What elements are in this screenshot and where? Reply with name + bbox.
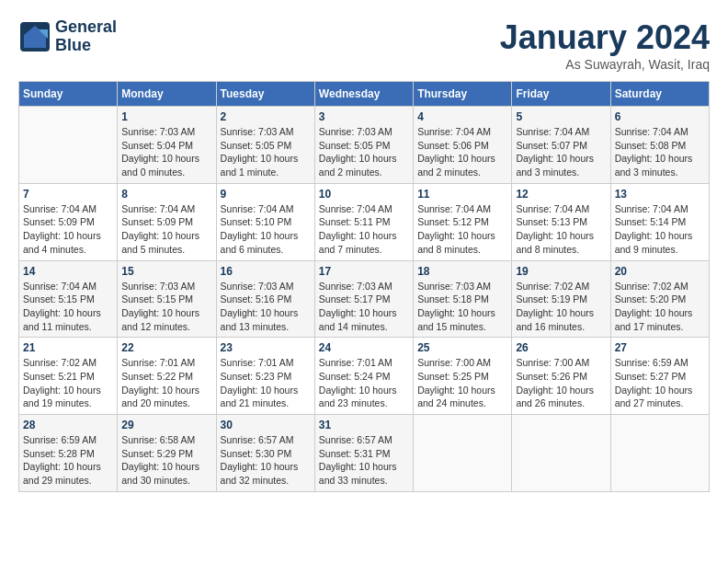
day-number: 2 bbox=[221, 110, 311, 123]
day-cell: 28Sunrise: 6:59 AMSunset: 5:28 PMDayligh… bbox=[19, 415, 118, 492]
week-row-2: 14Sunrise: 7:04 AMSunset: 5:15 PMDayligh… bbox=[19, 260, 710, 338]
day-number: 26 bbox=[516, 341, 606, 354]
day-cell: 20Sunrise: 7:02 AMSunset: 5:20 PMDayligh… bbox=[610, 260, 709, 338]
day-info: Sunrise: 6:58 AMSunset: 5:29 PMDaylight:… bbox=[121, 433, 211, 488]
day-info: Sunrise: 7:04 AMSunset: 5:08 PMDaylight:… bbox=[615, 125, 705, 179]
header-wednesday: Wednesday bbox=[314, 82, 413, 107]
day-cell: 16Sunrise: 7:03 AMSunset: 5:16 PMDayligh… bbox=[216, 260, 314, 338]
day-cell: 26Sunrise: 7:00 AMSunset: 5:26 PMDayligh… bbox=[512, 338, 610, 415]
day-info: Sunrise: 7:04 AMSunset: 5:12 PMDaylight:… bbox=[417, 202, 507, 257]
day-number: 23 bbox=[221, 341, 311, 354]
week-row-4: 28Sunrise: 6:59 AMSunset: 5:28 PMDayligh… bbox=[19, 415, 710, 492]
day-number: 21 bbox=[23, 341, 113, 354]
calendar-title: January 2024 bbox=[500, 18, 710, 57]
day-info: Sunrise: 7:03 AMSunset: 5:18 PMDaylight:… bbox=[417, 280, 507, 334]
day-info: Sunrise: 7:04 AMSunset: 5:11 PMDaylight:… bbox=[319, 202, 409, 257]
header-monday: Monday bbox=[118, 82, 216, 107]
week-row-1: 7Sunrise: 7:04 AMSunset: 5:09 PMDaylight… bbox=[19, 183, 710, 260]
day-info: Sunrise: 7:03 AMSunset: 5:04 PMDaylight:… bbox=[121, 125, 211, 179]
day-number: 10 bbox=[319, 188, 409, 201]
day-number: 30 bbox=[221, 419, 311, 431]
day-info: Sunrise: 7:04 AMSunset: 5:10 PMDaylight:… bbox=[221, 202, 311, 257]
day-cell: 15Sunrise: 7:03 AMSunset: 5:15 PMDayligh… bbox=[118, 260, 216, 338]
day-cell: 2Sunrise: 7:03 AMSunset: 5:05 PMDaylight… bbox=[216, 107, 314, 184]
day-info: Sunrise: 7:04 AMSunset: 5:06 PMDaylight:… bbox=[417, 125, 507, 179]
day-info: Sunrise: 7:04 AMSunset: 5:09 PMDaylight:… bbox=[121, 202, 211, 257]
day-number: 22 bbox=[121, 341, 211, 354]
header-sunday: Sunday bbox=[19, 82, 118, 107]
day-cell: 1Sunrise: 7:03 AMSunset: 5:04 PMDaylight… bbox=[118, 107, 216, 184]
day-info: Sunrise: 6:57 AMSunset: 5:31 PMDaylight:… bbox=[319, 433, 409, 488]
day-number: 29 bbox=[121, 419, 211, 431]
day-info: Sunrise: 7:02 AMSunset: 5:19 PMDaylight:… bbox=[516, 280, 606, 334]
day-info: Sunrise: 7:04 AMSunset: 5:13 PMDaylight:… bbox=[516, 202, 606, 257]
day-number: 15 bbox=[121, 265, 211, 278]
day-number: 28 bbox=[23, 419, 113, 431]
day-cell bbox=[19, 107, 118, 184]
day-info: Sunrise: 7:03 AMSunset: 5:05 PMDaylight:… bbox=[319, 125, 409, 179]
day-number: 1 bbox=[121, 110, 211, 123]
day-cell: 22Sunrise: 7:01 AMSunset: 5:22 PMDayligh… bbox=[118, 338, 216, 415]
week-row-3: 21Sunrise: 7:02 AMSunset: 5:21 PMDayligh… bbox=[19, 338, 710, 415]
day-info: Sunrise: 7:03 AMSunset: 5:17 PMDaylight:… bbox=[319, 280, 409, 334]
day-number: 17 bbox=[319, 265, 409, 278]
day-number: 6 bbox=[615, 110, 705, 123]
day-cell: 25Sunrise: 7:00 AMSunset: 5:25 PMDayligh… bbox=[414, 338, 512, 415]
calendar-subtitle: As Suwayrah, Wasit, Iraq bbox=[500, 57, 710, 72]
day-cell: 13Sunrise: 7:04 AMSunset: 5:14 PMDayligh… bbox=[610, 183, 709, 260]
header-saturday: Saturday bbox=[610, 82, 709, 107]
day-number: 14 bbox=[23, 265, 113, 278]
day-number: 16 bbox=[221, 265, 311, 278]
day-cell bbox=[512, 415, 610, 492]
day-number: 11 bbox=[417, 188, 507, 201]
day-cell: 29Sunrise: 6:58 AMSunset: 5:29 PMDayligh… bbox=[118, 415, 216, 492]
day-cell: 10Sunrise: 7:04 AMSunset: 5:11 PMDayligh… bbox=[314, 183, 413, 260]
day-cell: 12Sunrise: 7:04 AMSunset: 5:13 PMDayligh… bbox=[512, 183, 610, 260]
title-section: January 2024 As Suwayrah, Wasit, Iraq bbox=[500, 18, 710, 72]
day-cell: 31Sunrise: 6:57 AMSunset: 5:31 PMDayligh… bbox=[314, 415, 413, 492]
day-number: 20 bbox=[615, 265, 705, 278]
day-cell bbox=[610, 415, 709, 492]
page-header: General Blue January 2024 As Suwayrah, W… bbox=[18, 18, 710, 72]
day-number: 31 bbox=[319, 419, 409, 431]
day-cell: 24Sunrise: 7:01 AMSunset: 5:24 PMDayligh… bbox=[314, 338, 413, 415]
day-cell: 21Sunrise: 7:02 AMSunset: 5:21 PMDayligh… bbox=[19, 338, 118, 415]
day-info: Sunrise: 7:01 AMSunset: 5:22 PMDaylight:… bbox=[121, 356, 211, 410]
day-number: 3 bbox=[319, 110, 409, 123]
day-info: Sunrise: 7:02 AMSunset: 5:20 PMDaylight:… bbox=[615, 280, 705, 334]
header-thursday: Thursday bbox=[414, 82, 512, 107]
day-info: Sunrise: 7:04 AMSunset: 5:09 PMDaylight:… bbox=[23, 202, 113, 257]
logo-text-line2: Blue bbox=[55, 36, 91, 54]
day-number: 8 bbox=[121, 188, 211, 201]
day-number: 5 bbox=[516, 110, 606, 123]
day-cell: 30Sunrise: 6:57 AMSunset: 5:30 PMDayligh… bbox=[216, 415, 314, 492]
day-number: 12 bbox=[516, 188, 606, 201]
day-info: Sunrise: 7:03 AMSunset: 5:15 PMDaylight:… bbox=[121, 280, 211, 334]
day-cell: 6Sunrise: 7:04 AMSunset: 5:08 PMDaylight… bbox=[610, 107, 709, 184]
header-tuesday: Tuesday bbox=[216, 82, 314, 107]
day-cell: 17Sunrise: 7:03 AMSunset: 5:17 PMDayligh… bbox=[314, 260, 413, 338]
day-info: Sunrise: 7:00 AMSunset: 5:26 PMDaylight:… bbox=[516, 356, 606, 410]
day-cell bbox=[414, 415, 512, 492]
day-info: Sunrise: 7:04 AMSunset: 5:15 PMDaylight:… bbox=[23, 280, 113, 334]
header-friday: Friday bbox=[512, 82, 610, 107]
day-cell: 18Sunrise: 7:03 AMSunset: 5:18 PMDayligh… bbox=[414, 260, 512, 338]
day-info: Sunrise: 7:03 AMSunset: 5:05 PMDaylight:… bbox=[221, 125, 311, 179]
day-info: Sunrise: 7:00 AMSunset: 5:25 PMDaylight:… bbox=[417, 356, 507, 410]
day-info: Sunrise: 7:02 AMSunset: 5:21 PMDaylight:… bbox=[23, 356, 113, 410]
day-cell: 7Sunrise: 7:04 AMSunset: 5:09 PMDaylight… bbox=[19, 183, 118, 260]
day-number: 25 bbox=[417, 341, 507, 354]
day-cell: 4Sunrise: 7:04 AMSunset: 5:06 PMDaylight… bbox=[414, 107, 512, 184]
logo-icon bbox=[18, 20, 51, 53]
day-number: 4 bbox=[417, 110, 507, 123]
day-info: Sunrise: 7:03 AMSunset: 5:16 PMDaylight:… bbox=[221, 280, 311, 334]
day-cell: 14Sunrise: 7:04 AMSunset: 5:15 PMDayligh… bbox=[19, 260, 118, 338]
day-number: 7 bbox=[23, 188, 113, 201]
day-cell: 11Sunrise: 7:04 AMSunset: 5:12 PMDayligh… bbox=[414, 183, 512, 260]
day-cell: 23Sunrise: 7:01 AMSunset: 5:23 PMDayligh… bbox=[216, 338, 314, 415]
day-cell: 9Sunrise: 7:04 AMSunset: 5:10 PMDaylight… bbox=[216, 183, 314, 260]
day-info: Sunrise: 7:04 AMSunset: 5:07 PMDaylight:… bbox=[516, 125, 606, 179]
day-info: Sunrise: 6:59 AMSunset: 5:27 PMDaylight:… bbox=[615, 356, 705, 410]
day-number: 27 bbox=[615, 341, 705, 354]
day-number: 19 bbox=[516, 265, 606, 278]
